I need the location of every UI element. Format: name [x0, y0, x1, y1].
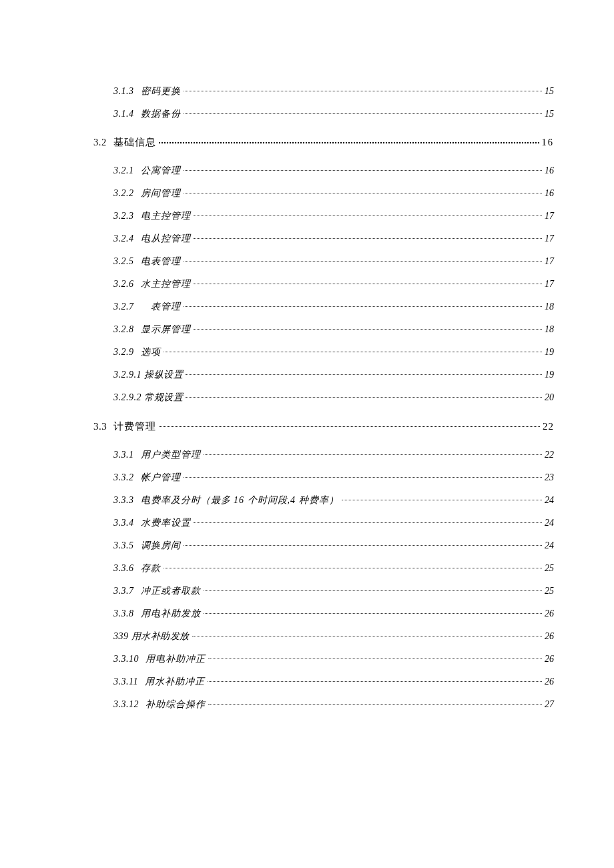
toc-entry-page: 20: [545, 393, 554, 402]
toc-leader-dots: [184, 170, 543, 171]
document-page: 3.1.3密码更换153.1.4数据备份153.2基础信息163.2.1公寓管理…: [0, 0, 614, 823]
toc-entry[interactable]: 3.3.11用水补助冲正26: [113, 671, 554, 693]
toc-entry-title: 帐户管理: [134, 473, 181, 482]
toc-entry-page: 15: [545, 109, 554, 119]
toc-entry-title: 电从控管理: [134, 234, 191, 244]
toc-entry-number: 3.3: [93, 422, 107, 432]
toc-entry-number: 3.2.3: [113, 211, 134, 221]
toc-entry-page: 17: [545, 280, 554, 289]
toc-entry[interactable]: 3.2.1公寓管理16: [113, 159, 554, 182]
toc-entry[interactable]: 3.2.4电从控管理17: [113, 228, 554, 250]
toc-entry[interactable]: 3.2.7 表管理18: [113, 296, 554, 318]
toc-entry-number: 3.3.1: [113, 450, 134, 460]
toc-entry-page: 24: [545, 518, 554, 528]
toc-leader-dots: [164, 568, 543, 568]
toc-entry[interactable]: 3.2.9.1 操纵设置19: [113, 364, 554, 386]
toc-leader-dots: [164, 352, 543, 352]
toc-leader-dots: [186, 374, 542, 375]
toc-entry-title: 密码更换: [134, 87, 181, 96]
toc-leader-dots: [186, 397, 542, 398]
toc-entry-page: 16: [542, 137, 555, 147]
toc-entry[interactable]: 3.3计费管理22: [93, 409, 554, 444]
toc-entry-title: 显示屏管理: [134, 325, 191, 334]
toc-leader-dots: [184, 91, 543, 91]
toc-entry[interactable]: 3.2基础信息16: [93, 125, 554, 159]
toc-entry[interactable]: 3.2.9选项19: [113, 341, 554, 364]
toc-leader-dots: [194, 329, 543, 330]
toc-entry-title: 公寓管理: [134, 166, 181, 175]
toc-entry[interactable]: 3.2.2房间管理16: [113, 182, 554, 205]
toc-entry[interactable]: 3.3.10用电补助冲正26: [113, 648, 554, 671]
toc-entry-page: 26: [545, 677, 554, 687]
toc-entry[interactable]: 3.3.3电费率及分时（最多 16 个时间段,4 种费率）24: [113, 489, 554, 512]
toc-entry[interactable]: 3.3.7冲正或者取款25: [113, 580, 554, 602]
toc-entry-page: 22: [545, 450, 554, 460]
toc-entry-title: 电表管理: [134, 257, 181, 266]
toc-entry-title: 水费率设置: [134, 518, 191, 528]
toc-entry-number: 3.2.8: [113, 325, 134, 334]
toc-entry[interactable]: 3.3.2帐户管理23: [113, 466, 554, 489]
toc-entry-title: 数据备份: [134, 109, 181, 119]
toc-entry-title: 电费率及分时（最多 16 个时间段,4 种费率）: [134, 496, 339, 505]
toc-entry-title: 表管理: [134, 302, 181, 312]
toc-entry[interactable]: 3.3.1用户类型管理22: [113, 444, 554, 466]
toc-entry-page: 27: [545, 700, 554, 709]
toc-entry-page: 26: [545, 609, 554, 618]
toc-entry[interactable]: 339 用水补助发放26: [113, 625, 554, 648]
toc-entry-number: 3.2.5: [113, 257, 134, 266]
toc-leader-dots: [159, 426, 540, 427]
toc-entry-number: 3.2.2: [113, 189, 134, 198]
toc-entry-page: 25: [545, 564, 554, 573]
toc-entry[interactable]: 3.1.4数据备份15: [113, 103, 554, 125]
toc-entry-number: 3.3.12: [113, 700, 139, 709]
toc-leader-dots: [208, 659, 542, 659]
toc-entry-page: 15: [545, 87, 554, 96]
toc-entry-title: 房间管理: [134, 189, 181, 198]
toc-leader-dots: [204, 613, 543, 614]
toc-entry[interactable]: 3.2.3电主控管理17: [113, 205, 554, 228]
toc-entry-page: 25: [545, 586, 554, 596]
toc-entry-number: 3.2.7: [113, 302, 134, 312]
toc-entry[interactable]: 3.3.6存款25: [113, 557, 554, 580]
toc-entry-number: 339 用水补助发放: [113, 632, 190, 641]
toc-entry-title: 存款: [134, 564, 161, 573]
toc-entry[interactable]: 3.2.8显示屏管理18: [113, 318, 554, 341]
toc-entry-title: 冲正或者取款: [134, 586, 201, 596]
toc-entry[interactable]: 3.1.3密码更换15: [113, 80, 554, 103]
toc-entry-title: 用水补助冲正: [138, 677, 205, 687]
toc-entry-page: 22: [543, 422, 554, 432]
toc-entry-page: 18: [545, 325, 554, 334]
toc-entry-page: 24: [545, 496, 554, 505]
toc-leader-dots: [194, 522, 543, 523]
toc-entry-title: 用电补助发放: [134, 609, 201, 618]
toc-entry[interactable]: 3.2.9.2 常规设置20: [113, 386, 554, 409]
toc-entry-page: 17: [545, 234, 554, 244]
toc-entry-number: 3.3.4: [113, 518, 134, 528]
toc-entry-number: 3.2.9.2 常规设置: [113, 393, 183, 402]
toc-entry[interactable]: 3.3.12补助综合操作27: [113, 693, 554, 716]
toc-entry[interactable]: 3.2.6水主控管理17: [113, 273, 554, 296]
toc-entry[interactable]: 3.3.4水费率设置24: [113, 512, 554, 534]
toc-entry-page: 24: [545, 541, 554, 550]
toc-entry-page: 16: [545, 166, 554, 175]
toc-entry-title: 选项: [134, 348, 161, 357]
toc-entry[interactable]: 3.2.5电表管理17: [113, 250, 554, 273]
toc-entry-page: 19: [545, 348, 554, 357]
toc-entry[interactable]: 3.3.8用电补助发放26: [113, 602, 554, 625]
toc-entry-number: 3.3.6: [113, 564, 134, 573]
toc-entry[interactable]: 3.3.5调换房间24: [113, 534, 554, 557]
toc-leader-dots: [184, 545, 543, 546]
toc-entry-title: 用户类型管理: [134, 450, 201, 460]
toc-leader-dots: [204, 590, 543, 591]
toc-entry-title: 调换房间: [134, 541, 181, 550]
toc-leader-dots: [208, 681, 542, 682]
toc-leader-dots: [184, 306, 543, 307]
toc-leader-dots: [159, 142, 539, 143]
toc-entry-page: 17: [545, 257, 554, 266]
toc-entry-number: 3.3.2: [113, 473, 134, 482]
toc-leader-dots: [194, 238, 543, 239]
toc-entry-page: 19: [545, 370, 554, 380]
toc-entry-number: 3.3.10: [113, 655, 139, 664]
toc-entry-title: 基础信息: [107, 137, 156, 147]
toc-entry-title: 补助综合操作: [139, 700, 206, 709]
